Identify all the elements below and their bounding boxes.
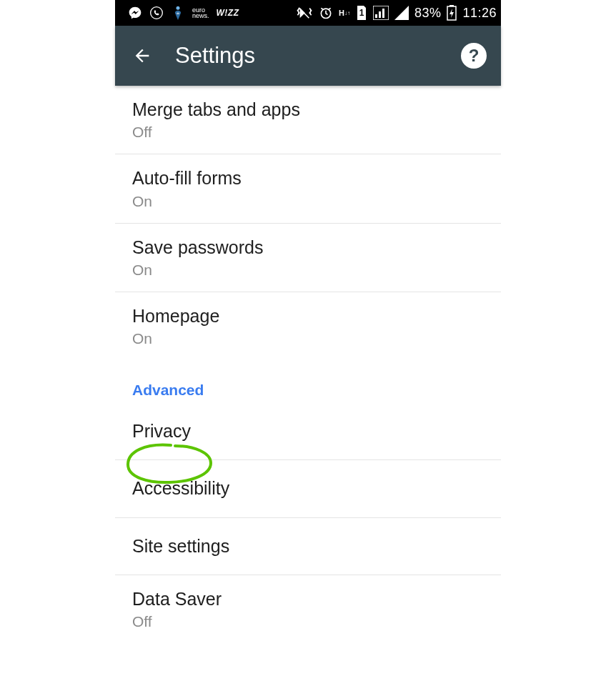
setting-title: Privacy — [132, 416, 484, 447]
euronews-icon: euronews. — [192, 7, 209, 19]
svg-text:1: 1 — [359, 8, 364, 18]
signal-bars-box-icon — [373, 6, 389, 20]
setting-title: Site settings — [132, 531, 484, 562]
messenger-icon — [128, 6, 142, 20]
wizz-icon: W!ZZ — [217, 8, 239, 18]
setting-title: Accessibility — [132, 473, 484, 504]
settings-list: Merge tabs and apps Off Auto-fill forms … — [115, 86, 501, 643]
setting-title: Merge tabs and apps — [132, 99, 484, 121]
back-button[interactable] — [129, 43, 155, 69]
sim1-icon: 1 — [356, 6, 367, 20]
svg-rect-8 — [382, 9, 384, 18]
signal-bars-icon — [394, 6, 409, 20]
setting-value: On — [132, 262, 484, 279]
svg-point-1 — [177, 6, 180, 10]
vibrate-icon — [296, 6, 313, 20]
setting-privacy[interactable]: Privacy — [115, 403, 501, 460]
maps-person-icon — [171, 5, 185, 21]
setting-title: Save passwords — [132, 237, 484, 259]
viber-icon — [149, 6, 164, 20]
setting-data-saver[interactable]: Data Saver Off — [115, 575, 501, 643]
setting-value: On — [132, 330, 484, 347]
arrow-left-icon — [132, 46, 152, 66]
setting-autofill-forms[interactable]: Auto-fill forms On — [115, 154, 501, 223]
setting-site-settings[interactable]: Site settings — [115, 518, 501, 575]
setting-save-passwords[interactable]: Save passwords On — [115, 224, 501, 292]
svg-point-0 — [151, 7, 163, 19]
battery-charging-icon — [447, 5, 457, 21]
setting-value: Off — [132, 124, 484, 141]
svg-rect-7 — [379, 11, 381, 18]
setting-value: On — [132, 193, 484, 210]
status-bar: euronews. W!ZZ H↓↑ 1 — [115, 0, 501, 26]
alarm-icon — [319, 6, 333, 20]
setting-title: Auto-fill forms — [132, 167, 484, 189]
setting-merge-tabs-and-apps[interactable]: Merge tabs and apps Off — [115, 86, 501, 154]
setting-accessibility[interactable]: Accessibility — [115, 460, 501, 517]
help-button[interactable]: ? — [461, 43, 487, 69]
setting-homepage[interactable]: Homepage On — [115, 292, 501, 360]
setting-title: Data Saver — [132, 588, 484, 610]
setting-value: Off — [132, 613, 484, 630]
app-bar: Settings ? — [115, 26, 501, 86]
svg-rect-10 — [449, 5, 454, 6]
battery-percent: 83% — [414, 6, 442, 21]
section-header-advanced: Advanced — [115, 360, 501, 403]
page-title: Settings — [175, 43, 441, 69]
svg-rect-6 — [375, 14, 377, 18]
help-icon: ? — [469, 46, 480, 66]
clock: 11:26 — [462, 6, 497, 21]
setting-title: Homepage — [132, 305, 484, 327]
h-data-icon: H↓↑ — [339, 10, 350, 16]
